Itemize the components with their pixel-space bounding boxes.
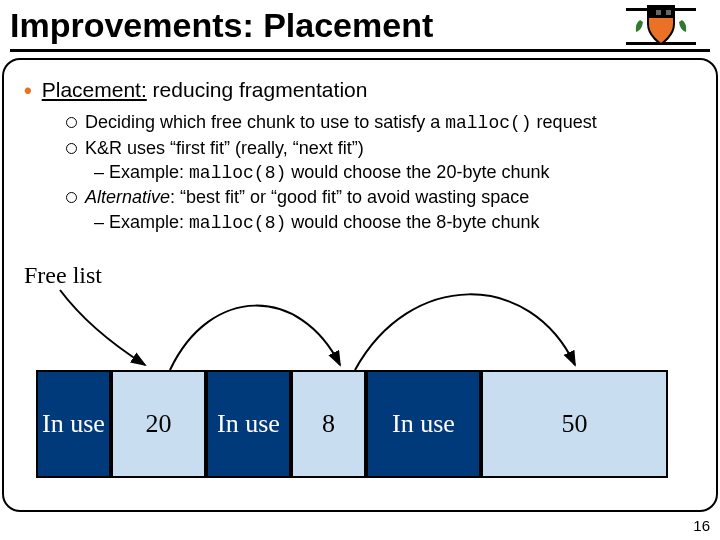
bullet1-leader: Placement: [42,78,147,101]
sub-bullet-3-example: – Example: malloc(8) would choose the 8-… [94,210,696,235]
sub3-ex-b: would choose the 8-byte chunk [286,212,539,232]
hollow-bullet-icon [66,143,77,154]
sub-bullet-2-example: – Example: malloc(8) would choose the 20… [94,160,696,185]
memory-blocks: In use 20 In use 8 In use 50 [36,370,670,480]
sub-bullet-1: Deciding which free chunk to use to sati… [66,110,696,135]
princeton-shield-icon [626,2,696,52]
sub1-b: request [532,112,597,132]
sub-bullets: Deciding which free chunk to use to sati… [66,110,696,234]
block-free-20: 20 [111,370,206,478]
bullet-dot-icon: • [24,78,32,103]
page-number: 16 [693,517,710,534]
sub2-text: K&R uses “first fit” (really, “next fit”… [85,138,364,158]
sub-bullet-3: Alternative: “best fit” or “good fit” to… [66,185,696,209]
hollow-bullet-icon [66,192,77,203]
sub2-ex-b: would choose the 20-byte chunk [286,162,549,182]
bullet-level1: •Placement: reducing fragmentation [24,78,696,104]
block-in-use-1: In use [36,370,111,478]
title-underline [10,49,710,52]
sub3-ex-a: – Example: [94,212,189,232]
hollow-bullet-icon [66,117,77,128]
title-bar: Improvements: Placement [10,6,710,52]
block-in-use-3: In use [366,370,481,478]
sub-bullet-2: K&R uses “first fit” (really, “next fit”… [66,136,696,160]
block-free-8: 8 [291,370,366,478]
sub2-ex-code: malloc(8) [189,163,286,183]
block-free-50: 50 [481,370,668,478]
sub3-italic: Alternative [85,187,170,207]
bullet1-rest: reducing fragmentation [147,78,368,101]
sub1-a: Deciding which free chunk to use to sati… [85,112,445,132]
block-in-use-2: In use [206,370,291,478]
sub3-ex-code: malloc(8) [189,213,286,233]
free-list-label: Free list [24,262,102,289]
sub3-b: : “best fit” or “good fit” to avoid wast… [170,187,529,207]
slide-title: Improvements: Placement [10,6,710,45]
sub1-code: malloc() [445,113,531,133]
body-content: •Placement: reducing fragmentation Decid… [24,78,696,235]
sub2-ex-a: – Example: [94,162,189,182]
